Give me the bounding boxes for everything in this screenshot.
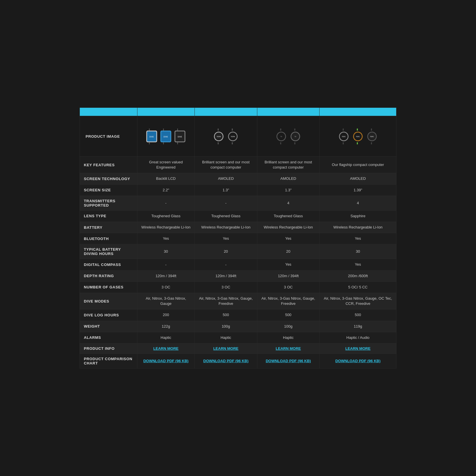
row-dive-modes: DIVE MODESAir, Nitrox, 3-Gas Nitrox, Gau… [80, 293, 396, 309]
tern-watch-1: TERN [212, 129, 225, 144]
label-number-of-gases: NUMBER OF GASES [80, 282, 137, 293]
peregrine-dive-log-hours: 200 [137, 309, 195, 321]
tern-dive-modes: Air, Nitrox, 3-Gas Nitrox, Gauge, Freedi… [195, 293, 257, 309]
teric-number-of-gases: 5 OC/ 5 CC [320, 282, 396, 293]
label-key-features: KEY FEATURES [80, 157, 137, 173]
label-typical-battery: TYPICAL BATTERY DIVING HOURS [80, 244, 137, 259]
comparison-table: PRODUCT IMAGE DIVE [80, 107, 396, 369]
tern-tx-digital-compass: Yes [257, 259, 320, 270]
tern-product-info[interactable]: LEARN MORE [195, 343, 257, 354]
tern-typical-battery: 20 [195, 244, 257, 259]
svg-text:TERN: TERN [231, 136, 235, 137]
svg-rect-26 [280, 142, 281, 144]
teric-watch-2: TERIC [352, 129, 364, 144]
svg-rect-40 [357, 129, 358, 131]
tern-tx-bluetooth: Yes [257, 233, 320, 244]
tern-tx-product-info[interactable]: LEARN MORE [257, 343, 320, 354]
svg-text:TERIC: TERIC [342, 136, 346, 137]
tern-bluetooth: Yes [195, 233, 257, 244]
teric-transmitters-supported: 4 [320, 196, 396, 210]
tern-tx-weight: 100g [257, 321, 320, 332]
peregrine-product-comparison-chart[interactable]: DOWNLOAD PDF (96 KB) [137, 354, 195, 368]
tern-dive-log-hours: 500 [195, 309, 257, 321]
tern-weight: 100g [195, 321, 257, 332]
svg-text:DIVE: DIVE [178, 136, 182, 138]
label-product-info: PRODUCT INFO [80, 343, 137, 354]
peregrine-depth-rating: 120m / 394ft [137, 270, 195, 282]
tern-tx-image-cell: TX TX [257, 116, 320, 157]
svg-rect-30 [294, 129, 295, 131]
row-product-comparison-chart: PRODUCT COMPARISON CHARTDOWNLOAD PDF (96… [80, 354, 396, 368]
label-dive-modes: DIVE MODES [80, 293, 137, 309]
tern-screen-technology: AMOLED [195, 173, 257, 184]
teric-product-comparison-chart[interactable]: DOWNLOAD PDF (96 KB) [320, 354, 396, 368]
svg-rect-20 [232, 129, 233, 131]
label-transmitters-supported: TRANSMITTERS SUPPORTED [80, 196, 137, 210]
teric-depth-rating: 200m /600ft [320, 270, 396, 282]
label-battery: BATTERY [80, 222, 137, 233]
row-depth-rating: DEPTH RATING120m / 394ft120m / 394ft120m… [80, 270, 396, 282]
svg-rect-46 [371, 142, 372, 144]
peregrine-screen-size: 2.2" [137, 184, 195, 196]
peregrine-product-info[interactable]: LEARN MORE [137, 343, 195, 354]
tern-image-cell: TERN TERN [195, 116, 257, 157]
svg-text:TERIC: TERIC [356, 136, 360, 137]
svg-rect-31 [294, 142, 295, 144]
tern-tx-watch-1: TX [275, 129, 288, 144]
tern-tx-watches: TX TX [263, 122, 314, 151]
row-lens-type: LENS TYPEToughened GlassToughened GlassT… [80, 210, 396, 222]
tern-product-comparison-chart[interactable]: DOWNLOAD PDF (96 KB) [195, 354, 257, 368]
teric-watch-3: TERIC [366, 129, 379, 144]
peregrine-transmitters-supported: - [137, 196, 195, 210]
peregrine-watch-1: DIVE [145, 129, 158, 144]
svg-rect-10 [177, 129, 178, 131]
peregrine-watch-2: DIVE [159, 129, 172, 144]
teric-key-features: Our flagship compact computer [320, 157, 396, 173]
label-screen-technology: SCREEN TECHNOLOGY [80, 173, 137, 184]
peregrine-watches: DIVE DIVE [143, 122, 189, 151]
tern-tx-product-comparison-chart[interactable]: DOWNLOAD PDF (96 KB) [257, 354, 320, 368]
header-row [80, 108, 396, 116]
svg-text:TX: TX [294, 136, 296, 137]
teric-screen-size: 1.39" [320, 184, 396, 196]
svg-rect-16 [218, 142, 219, 144]
row-transmitters-supported: TRANSMITTERS SUPPORTED--44 [80, 196, 396, 210]
tern-tx-typical-battery: 20 [257, 244, 320, 259]
tern-digital-compass: - [195, 259, 257, 270]
teric-product-info[interactable]: LEARN MORE [320, 343, 396, 354]
row-battery: BATTERYWireless Rechargeable Li-IonWirel… [80, 222, 396, 233]
tern-tx-battery: Wireless Rechargeable Li-Ion [257, 222, 320, 233]
label-screen-size: SCREEN SIZE [80, 184, 137, 196]
teric-weight: 119g [320, 321, 396, 332]
svg-rect-45 [371, 129, 372, 131]
teric-dive-log-hours: 500 [320, 309, 396, 321]
row-bluetooth: BLUETOOTHYesYesYesYes [80, 233, 396, 244]
label-product-comparison-chart: PRODUCT COMPARISON CHART [80, 354, 137, 368]
tern-number-of-gases: 3 OC [195, 282, 257, 293]
product-image-row: PRODUCT IMAGE DIVE [80, 116, 396, 157]
label-weight: WEIGHT [80, 321, 137, 332]
tern-tx-screen-size: 1.3" [257, 184, 320, 196]
teric-header [320, 108, 396, 116]
teric-bluetooth: Yes [320, 233, 396, 244]
peregrine-lens-type: Toughened Glass [137, 210, 195, 222]
label-bluetooth: BLUETOOTH [80, 233, 137, 244]
teric-dive-modes: Air, Nitrox, 3-Gas Nitrox, Gauge, OC Tec… [320, 293, 396, 309]
label-alarms: ALARMS [80, 332, 137, 343]
row-number-of-gases: NUMBER OF GASES3 OC3 OC3 OC5 OC/ 5 CC [80, 282, 396, 293]
tern-depth-rating: 120m / 394ft [195, 270, 257, 282]
row-alarms: ALARMSHapticHapticHapticHaptic / Audio [80, 332, 396, 343]
tern-transmitters-supported: - [195, 196, 257, 210]
svg-rect-6 [163, 142, 164, 144]
svg-text:DIVE: DIVE [150, 136, 154, 138]
row-dive-log-hours: DIVE LOG HOURS200500500500 [80, 309, 396, 321]
teric-watch-1: TERIC [337, 129, 350, 144]
peregrine-header [137, 108, 195, 116]
teric-watches: TERIC TERIC [325, 122, 390, 151]
peregrine-typical-battery: 30 [137, 244, 195, 259]
svg-text:TERIC: TERIC [370, 136, 374, 137]
tern-tx-header [257, 108, 320, 116]
row-typical-battery: TYPICAL BATTERY DIVING HOURS30202030 [80, 244, 396, 259]
row-weight: WEIGHT122g100g100g119g [80, 321, 396, 332]
tern-lens-type: Toughened Glass [195, 210, 257, 222]
